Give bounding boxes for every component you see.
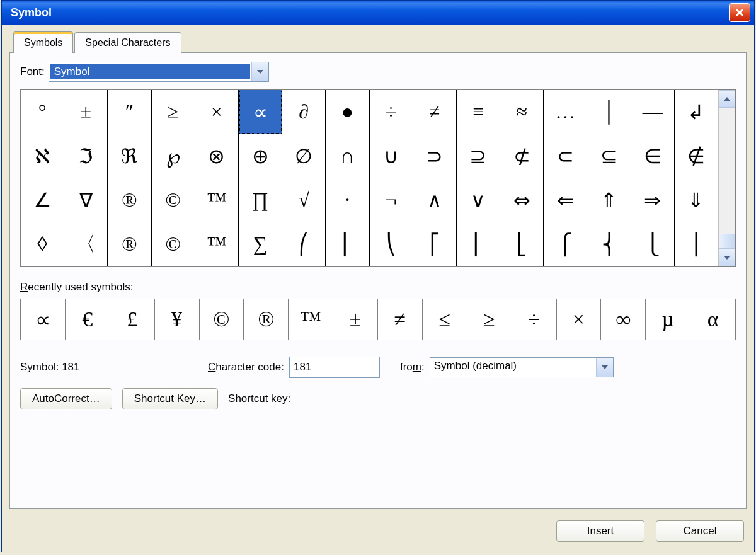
symbol-cell[interactable]: ◊ xyxy=(21,222,64,266)
symbol-cell[interactable]: ® xyxy=(108,178,151,222)
symbol-cell[interactable]: ÷ xyxy=(370,90,413,134)
insert-button[interactable]: Insert xyxy=(556,520,644,542)
recent-symbol-cell[interactable]: ≥ xyxy=(467,299,512,340)
symbol-cell[interactable]: ℑ xyxy=(64,134,108,178)
shortcut-key-button[interactable]: Shortcut Key… xyxy=(122,388,218,409)
recent-symbol-cell[interactable]: © xyxy=(200,299,244,340)
font-dropdown[interactable]: Symbol xyxy=(49,62,269,82)
symbol-cell[interactable]: — xyxy=(631,90,675,134)
cancel-button[interactable]: Cancel xyxy=(656,520,744,542)
symbol-cell[interactable]: ℘ xyxy=(152,134,195,178)
symbol-cell[interactable]: ⎛ xyxy=(282,222,326,266)
symbol-cell[interactable]: ∇ xyxy=(64,178,108,222)
symbol-cell[interactable]: ⎡ xyxy=(413,222,457,266)
symbol-cell[interactable]: ≡ xyxy=(457,90,500,134)
symbol-cell[interactable]: ↲ xyxy=(675,90,718,134)
symbol-cell[interactable]: ⇑ xyxy=(587,178,631,222)
character-code-input[interactable] xyxy=(289,357,380,378)
symbol-cell[interactable]: ⎣ xyxy=(500,222,544,266)
recent-symbol-cell[interactable]: ∝ xyxy=(21,299,66,340)
symbol-cell[interactable]: … xyxy=(544,90,587,134)
symbol-cell[interactable]: ≥ xyxy=(152,90,195,134)
symbol-cell[interactable]: ∈ xyxy=(631,134,675,178)
scroll-thumb[interactable] xyxy=(719,234,735,249)
symbol-cell[interactable]: © xyxy=(152,222,195,266)
autocorrect-button[interactable]: AutoCorrect… xyxy=(20,388,112,409)
symbol-cell[interactable]: ∂ xyxy=(282,90,326,134)
symbol-cell[interactable]: ℵ xyxy=(21,134,64,178)
recent-symbol-cell[interactable]: ∞ xyxy=(601,299,646,340)
font-dropdown-button[interactable] xyxy=(251,62,268,81)
symbol-cell[interactable]: ⊆ xyxy=(587,134,631,178)
symbol-cell[interactable]: ⎜ xyxy=(326,222,369,266)
recent-symbol-cell[interactable]: ≠ xyxy=(378,299,423,340)
symbol-cell[interactable]: ∝ xyxy=(239,90,282,134)
from-dropdown[interactable]: Symbol (decimal) xyxy=(430,357,614,377)
symbol-cell[interactable]: © xyxy=(152,178,195,222)
symbol-cell[interactable]: ∪ xyxy=(370,134,413,178)
symbol-cell[interactable]: ″ xyxy=(108,90,151,134)
symbol-cell[interactable]: ∅ xyxy=(282,134,326,178)
symbol-cell[interactable]: ∨ xyxy=(457,178,500,222)
grid-scrollbar[interactable] xyxy=(718,90,735,266)
close-icon xyxy=(735,8,745,18)
symbol-cell[interactable]: ∩ xyxy=(326,134,369,178)
symbol-cell[interactable]: ● xyxy=(326,90,369,134)
symbol-cell[interactable]: ™ xyxy=(195,178,239,222)
symbol-cell[interactable]: ® xyxy=(108,222,151,266)
symbol-cell[interactable]: ¬ xyxy=(370,178,413,222)
scroll-track[interactable] xyxy=(719,108,735,249)
symbol-cell[interactable]: ⊄ xyxy=(500,134,544,178)
symbol-cell[interactable]: ⎪ xyxy=(675,222,718,266)
symbol-cell[interactable]: ⇐ xyxy=(544,178,587,222)
recent-symbol-cell[interactable]: ® xyxy=(244,299,289,340)
tab-symbols[interactable]: Symbols xyxy=(13,31,73,53)
tab-special-characters[interactable]: Special Characters xyxy=(74,32,181,53)
symbol-cell[interactable]: ∉ xyxy=(675,134,718,178)
recent-symbol-cell[interactable]: ≤ xyxy=(423,299,467,340)
symbol-cell[interactable]: ≠ xyxy=(413,90,457,134)
symbol-cell[interactable]: ∏ xyxy=(239,178,282,222)
symbol-cell[interactable]: ⎩ xyxy=(631,222,675,266)
symbol-cell[interactable]: ⎢ xyxy=(457,222,500,266)
scroll-down-button[interactable] xyxy=(719,249,735,266)
tab-bar: Symbols Special Characters xyxy=(13,31,747,52)
symbol-cell[interactable]: ≈ xyxy=(500,90,544,134)
symbol-cell[interactable]: ⎝ xyxy=(370,222,413,266)
recent-symbol-cell[interactable]: ¥ xyxy=(155,299,200,340)
font-value: Symbol xyxy=(50,64,250,79)
symbol-cell[interactable]: ∠ xyxy=(21,178,64,222)
recent-symbol-cell[interactable]: ÷ xyxy=(512,299,557,340)
symbol-cell[interactable]: × xyxy=(195,90,239,134)
recent-symbol-cell[interactable]: £ xyxy=(110,299,155,340)
symbol-cell[interactable]: ⊇ xyxy=(457,134,500,178)
recent-symbol-cell[interactable]: ™ xyxy=(289,299,333,340)
recent-symbol-cell[interactable]: ± xyxy=(333,299,378,340)
symbol-cell[interactable]: ⊕ xyxy=(239,134,282,178)
symbol-cell[interactable]: 〈 xyxy=(64,222,108,266)
symbol-cell[interactable]: ⊗ xyxy=(195,134,239,178)
symbol-cell[interactable]: ⊃ xyxy=(413,134,457,178)
recent-symbol-cell[interactable]: × xyxy=(557,299,602,340)
symbol-cell[interactable]: ⎨ xyxy=(587,222,631,266)
symbol-cell[interactable]: ⇓ xyxy=(675,178,718,222)
close-button[interactable] xyxy=(729,3,750,22)
symbol-cell[interactable]: ⇒ xyxy=(631,178,675,222)
symbol-cell[interactable]: ⇔ xyxy=(500,178,544,222)
symbol-cell[interactable]: ⊂ xyxy=(544,134,587,178)
recent-symbol-cell[interactable]: α xyxy=(690,299,735,340)
symbol-cell[interactable]: ∧ xyxy=(413,178,457,222)
symbol-cell[interactable]: √ xyxy=(282,178,326,222)
symbol-cell[interactable]: │ xyxy=(587,90,631,134)
symbol-cell[interactable]: ™ xyxy=(195,222,239,266)
symbol-cell[interactable]: ° xyxy=(21,90,64,134)
from-dropdown-button[interactable] xyxy=(596,358,613,377)
symbol-cell[interactable]: · xyxy=(326,178,369,222)
scroll-up-button[interactable] xyxy=(719,90,735,108)
recent-symbol-cell[interactable]: µ xyxy=(646,299,690,340)
symbol-cell[interactable]: ∑ xyxy=(239,222,282,266)
symbol-cell[interactable]: ⎧ xyxy=(544,222,587,266)
recent-symbol-cell[interactable]: € xyxy=(66,299,110,340)
symbol-cell[interactable]: ± xyxy=(64,90,108,134)
symbol-cell[interactable]: ℜ xyxy=(108,134,151,178)
